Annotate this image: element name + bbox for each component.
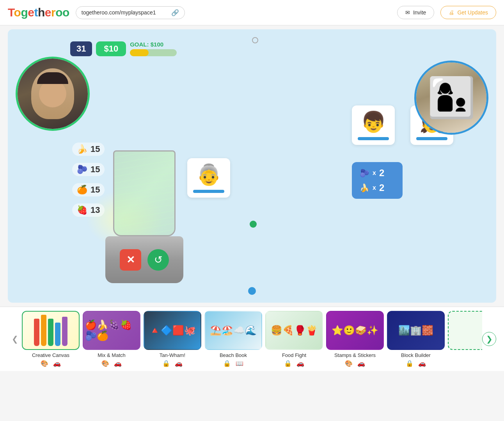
blender-base: ✕ ↺ [105, 236, 183, 283]
thumb-content-tan-wham: 🔺🔷🟥🐙 [144, 312, 201, 349]
game-items-list: Creative Canvas 🎨 🚗 🍎🍌🍇🍓🫐🍊 Mix & Match 🎨… [22, 311, 482, 367]
get-updates-label: Get Updates [457, 9, 488, 16]
game-label-creative-canvas: Creative Canvas [32, 352, 69, 358]
invite-button[interactable]: ✉ Invite [397, 6, 434, 19]
game-icons-beach-book: 🔒 📖 [223, 360, 243, 367]
game-icons-food-fight: 🔒 🚗 [284, 360, 304, 367]
game-icon-lock-food: 🔒 [284, 360, 292, 367]
game-thumb-block-builder: 🏙️🏢🧱 [387, 311, 445, 350]
top-dot-indicator [252, 37, 258, 43]
bottom-game-strip: ❮ Creative Canvas 🎨 🚗 [0, 307, 504, 371]
game-item-food-fight[interactable]: 🍔🍕🥊🍟 Food Fight 🔒 🚗 [265, 311, 323, 367]
game-thumb-creative-canvas [22, 311, 80, 350]
game-item-block-builder[interactable]: 🏙️🏢🧱 Block Builder 🔒 🚗 [387, 311, 445, 367]
game-label-tan-wham: Tan-Wham! [160, 352, 185, 358]
thumb-content-beach-book: ⛱️🏖️☁️🌊 [205, 312, 261, 349]
green-dot-indicator [250, 221, 257, 228]
game-thumb-tan-wham: 🔺🔷🟥🐙 [144, 311, 201, 350]
goal-area: GOAL: $100 [130, 41, 177, 56]
game-icon-art-stamps: 🎨 [345, 360, 353, 367]
order-row-2: 🍌 x 2 [360, 182, 395, 193]
game-icon-book-beach: 📖 [236, 360, 243, 367]
order-card: 🫐 x 2 🍌 x 2 [352, 162, 403, 199]
game-label-mix-match: Mix & Match [98, 352, 126, 358]
score-bar: 31 $10 GOAL: $100 [70, 41, 177, 56]
game-item-beach-book[interactable]: ⛱️🏖️☁️🌊 Beach Book 🔒 📖 [204, 311, 262, 367]
avatar-right: 👩‍👦 [414, 61, 488, 135]
strip-right-arrow[interactable]: ❯ [482, 332, 496, 346]
strawberry-count: 13 [91, 205, 100, 215]
game-icons-creative-canvas: 🎨 🚗 [41, 360, 61, 367]
fruit-item-blueberry: 🫐 15 [72, 163, 105, 176]
blender-x-button[interactable]: ✕ [120, 249, 141, 271]
invite-icon: ✉ [405, 9, 410, 16]
game-icon-car-block: 🚗 [418, 360, 426, 367]
blueberry-count: 15 [91, 164, 100, 175]
nana-emoji: 👵 [192, 163, 225, 187]
order-fruit-1: 🫐 [360, 168, 369, 178]
bottom-center-dot [248, 287, 256, 295]
game-thumb-mix-match: 🍎🍌🍇🍓🫐🍊 [83, 311, 140, 350]
fruit-sidebar: 🍌 15 🫐 15 🍊 15 🍓 13 [72, 143, 105, 217]
order-num-1: 2 [379, 168, 384, 178]
get-updates-button[interactable]: 🖨 Get Updates [440, 6, 496, 19]
game-icons-tan-wham: 🔒 🚗 [162, 360, 183, 367]
banana-emoji: 🍌 [77, 144, 87, 154]
nana-progress-bar [193, 190, 224, 193]
order-x-2: x [373, 184, 376, 191]
thumb-content-food-fight: 🍔🍕🥊🍟 [266, 312, 322, 349]
game-icons-block-builder: 🔒 🚗 [406, 360, 426, 367]
game-label-block-builder: Block Builder [401, 352, 431, 358]
game-label-stamps-stickers: Stamps & Stickers [334, 352, 376, 358]
goal-label: GOAL: $100 [130, 41, 177, 48]
game-icon-art: 🎨 [41, 360, 48, 367]
game-item-tan-wham[interactable]: 🔺🔷🟥🐙 Tan-Wham! 🔒 🚗 [144, 311, 201, 367]
girl-progress-bar [416, 137, 447, 140]
blender-cup [113, 150, 176, 236]
game-item-stamps-stickers[interactable]: ⭐🙂🥪✨ Stamps & Stickers 🎨 🚗 [326, 311, 384, 367]
strip-left-arrow[interactable]: ❮ [8, 332, 22, 346]
game-icon-car-tan: 🚗 [175, 360, 183, 367]
blender-refresh-button[interactable]: ↺ [147, 249, 169, 271]
game-label-food-fight: Food Fight [282, 352, 306, 358]
game-thumb-empty [448, 311, 482, 350]
thumb-content-mix-match: 🍎🍌🍇🍓🫐🍊 [83, 312, 140, 349]
main-game-area: 31 $10 GOAL: $100 👩‍👦 🍌 15 🫐 [8, 29, 496, 303]
game-item-mix-match[interactable]: 🍎🍌🍇🍓🫐🍊 Mix & Match 🎨 🚗 [83, 311, 140, 367]
order-x-1: x [373, 169, 376, 177]
fruit-item-strawberry: 🍓 13 [72, 203, 105, 217]
thumb-content-empty [449, 312, 482, 349]
fruit-item-orange: 🍊 15 [72, 183, 105, 196]
invite-label: Invite [413, 9, 426, 16]
crayons-decoration [34, 315, 67, 346]
avatar-left [16, 57, 90, 131]
game-icon-car: 🚗 [53, 360, 61, 367]
game-thumb-beach-book: ⛱️🏖️☁️🌊 [204, 311, 262, 350]
thumb-content-stamps-stickers: ⭐🙂🥪✨ [327, 312, 383, 349]
goal-progress-fill [130, 49, 149, 56]
url-bar[interactable]: togetheroo.com/myplayspace1 🔗 [76, 6, 185, 19]
game-icon-lock-tan: 🔒 [162, 360, 170, 367]
orange-count: 15 [91, 185, 100, 195]
header: Togetheroo togetheroo.com/myplayspace1 🔗… [0, 0, 504, 25]
game-item-creative-canvas[interactable]: Creative Canvas 🎨 🚗 [22, 311, 80, 367]
blender-lines [114, 152, 174, 235]
order-row-1: 🫐 x 2 [360, 168, 395, 178]
game-icon-car-food: 🚗 [296, 360, 304, 367]
blueberry-emoji: 🫐 [77, 164, 87, 175]
thumb-content-creative-canvas [23, 312, 79, 349]
game-icon-lock-block: 🔒 [406, 360, 413, 367]
strawberry-emoji: 🍓 [77, 205, 87, 215]
thumb-content-block-builder: 🏙️🏢🧱 [388, 312, 444, 349]
updates-icon: 🖨 [449, 9, 454, 16]
game-icons-mix-match: 🎨 🚗 [101, 360, 122, 367]
game-item-empty [448, 311, 482, 367]
link-icon: 🔗 [171, 9, 179, 16]
game-thumb-food-fight: 🍔🍕🥊🍟 [265, 311, 323, 350]
boy-emoji: 👦 [357, 110, 390, 134]
game-icon-art-2: 🎨 [101, 360, 109, 367]
money-display: $10 [96, 41, 126, 56]
goal-progress-bar [130, 49, 177, 56]
fruit-item-banana: 🍌 15 [72, 143, 105, 156]
score-number: 31 [70, 41, 92, 56]
